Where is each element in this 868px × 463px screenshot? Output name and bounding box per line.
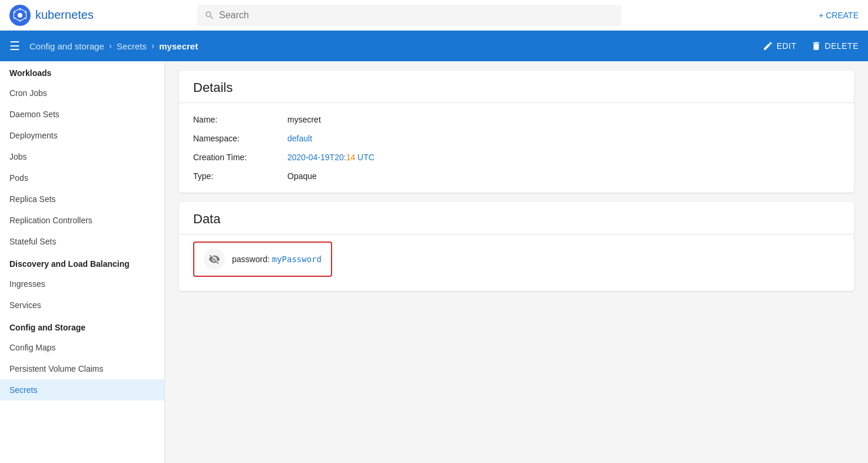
toggle-visibility-button[interactable] — [204, 249, 225, 270]
breadcrumb-sep-1: › — [109, 41, 112, 51]
search-bar — [197, 5, 621, 26]
creation-value: 2020-04-19T20:14 UTC — [287, 153, 375, 162]
password-value: myPassword — [272, 254, 322, 264]
sidebar-item-replication-controllers[interactable]: Replication Controllers — [0, 210, 164, 231]
breadcrumb-sep-2: › — [151, 41, 154, 51]
sidebar-item-ingresses[interactable]: Ingresses — [0, 273, 164, 295]
create-button[interactable]: + CREATE — [819, 11, 859, 20]
edit-icon — [763, 41, 773, 51]
name-label: Name: — [193, 115, 287, 124]
name-value: mysecret — [287, 115, 321, 124]
sidebar: Workloads Cron Jobs Daemon Sets Deployme… — [0, 61, 165, 463]
logo-text: kubernetes — [35, 8, 94, 22]
sidebar-item-stateful-sets[interactable]: Stateful Sets — [0, 231, 164, 252]
sidebar-item-persistent-volume-claims[interactable]: Persistent Volume Claims — [0, 358, 164, 379]
main-content: Details Name: mysecret Namespace: defaul… — [165, 61, 868, 463]
data-entries: password: myPassword — [179, 234, 854, 291]
details-table: Name: mysecret Namespace: default Creati… — [179, 103, 854, 193]
top-nav: kubernetes + CREATE — [0, 0, 868, 31]
sidebar-item-config-maps[interactable]: Config Maps — [0, 337, 164, 358]
breadcrumb-secrets[interactable]: Secrets — [117, 41, 147, 51]
sidebar-item-daemon-sets[interactable]: Daemon Sets — [0, 104, 164, 125]
layout: Workloads Cron Jobs Daemon Sets Deployme… — [0, 61, 868, 463]
data-title: Data — [179, 202, 854, 234]
details-card: Details Name: mysecret Namespace: defaul… — [179, 71, 854, 193]
name-row: Name: mysecret — [193, 110, 840, 129]
delete-button[interactable]: DELETE — [811, 41, 859, 51]
config-storage-header: Config and Storage — [0, 316, 164, 337]
discovery-header: Discovery and Load Balancing — [0, 252, 164, 273]
edit-button[interactable]: EDIT — [763, 41, 797, 51]
kubernetes-logo-icon — [9, 5, 31, 26]
breadcrumb-bar: ☰ Config and storage › Secrets › mysecre… — [0, 31, 868, 61]
password-key: password: — [232, 254, 272, 264]
sidebar-item-deployments[interactable]: Deployments — [0, 125, 164, 146]
menu-icon[interactable]: ☰ — [9, 39, 20, 53]
delete-label: DELETE — [825, 41, 859, 51]
sidebar-item-replica-sets[interactable]: Replica Sets — [0, 188, 164, 210]
search-input[interactable] — [219, 10, 614, 21]
search-icon — [204, 10, 214, 21]
breadcrumb-config-storage[interactable]: Config and storage — [29, 41, 104, 51]
data-card: Data password: myPassword — [179, 202, 854, 291]
namespace-row: Namespace: default — [193, 129, 840, 148]
creation-row: Creation Time: 2020-04-19T20:14 UTC — [193, 148, 840, 167]
breadcrumb-actions: EDIT DELETE — [763, 41, 859, 51]
workloads-header: Workloads — [0, 61, 164, 82]
namespace-label: Namespace: — [193, 134, 287, 143]
details-title: Details — [179, 71, 854, 102]
eye-off-icon — [208, 253, 220, 265]
sidebar-item-services[interactable]: Services — [0, 295, 164, 316]
delete-icon — [811, 41, 821, 51]
password-text: password: myPassword — [232, 254, 322, 264]
type-value: Opaque — [287, 171, 317, 181]
logo-link[interactable]: kubernetes — [9, 5, 94, 26]
svg-point-1 — [18, 13, 22, 18]
creation-suffix: UTC — [355, 153, 375, 162]
breadcrumb-current: mysecret — [159, 41, 198, 51]
creation-plain: 2020-04-19T20: — [287, 153, 346, 162]
namespace-value[interactable]: default — [287, 134, 312, 143]
creation-highlight: 14 — [346, 153, 356, 162]
sidebar-item-pods[interactable]: Pods — [0, 167, 164, 188]
edit-label: EDIT — [777, 41, 797, 51]
sidebar-item-jobs[interactable]: Jobs — [0, 146, 164, 167]
type-row: Type: Opaque — [193, 167, 840, 186]
creation-label: Creation Time: — [193, 153, 287, 162]
sidebar-item-cron-jobs[interactable]: Cron Jobs — [0, 82, 164, 104]
password-entry: password: myPassword — [193, 242, 332, 277]
type-label: Type: — [193, 171, 287, 181]
sidebar-item-secrets[interactable]: Secrets — [0, 379, 164, 401]
